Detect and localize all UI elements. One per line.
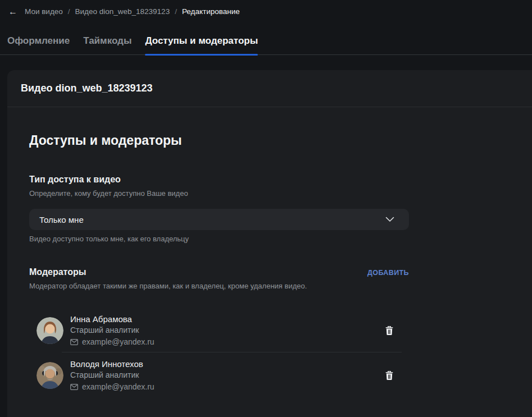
chevron-down-icon	[385, 217, 394, 222]
tab-access-moderators[interactable]: Доступы и модераторы	[145, 35, 258, 47]
trash-icon	[385, 326, 393, 335]
moderators-label: Модераторы	[29, 267, 86, 277]
app-root: ← Мои видео / Видео dion_web_18239123 / …	[0, 0, 532, 417]
access-type-select[interactable]: Только мне	[29, 209, 409, 230]
access-type-helper: Видео доступно только мне, как его владе…	[29, 235, 409, 244]
moderator-name: Инна Абрамова	[70, 314, 154, 324]
trash-icon	[385, 371, 393, 380]
moderator-info: Володя Иннотехов Старший аналитик exampl…	[70, 359, 154, 392]
access-type-selected-value: Только мне	[39, 215, 84, 224]
moderator-name: Володя Иннотехов	[70, 359, 154, 369]
back-arrow-icon[interactable]: ←	[8, 7, 17, 16]
delete-moderator-button[interactable]	[383, 324, 395, 337]
tab-bar: Оформление Таймкоды Доступы и модераторы	[0, 35, 532, 55]
envelope-icon	[70, 339, 78, 345]
breadcrumb-current-edit: Редактирование	[182, 7, 240, 16]
access-type-description: Определите, кому будет доступно Ваше вид…	[29, 189, 409, 198]
envelope-icon	[70, 384, 78, 390]
card-header: Видео dion_web_18239123	[7, 70, 532, 107]
breadcrumb-video[interactable]: Видео dion_web_18239123	[75, 7, 170, 16]
moderators-list: Инна Абрамова Старший аналитик example@y…	[29, 309, 409, 397]
moderator-info: Инна Абрамова Старший аналитик example@y…	[70, 314, 154, 347]
moderator-email-text: example@yandex.ru	[82, 337, 154, 347]
moderator-email-text: example@yandex.ru	[82, 382, 154, 392]
breadcrumb-separator: /	[68, 7, 70, 16]
avatar	[37, 362, 63, 389]
access-type-label: Тип доступа к видео	[29, 175, 409, 185]
card-content: Доступы и модераторы Тип доступа к видео…	[7, 133, 532, 397]
add-moderator-button[interactable]: ДОБАВИТЬ	[367, 269, 409, 277]
moderators-header: Модераторы ДОБАВИТЬ	[29, 267, 409, 277]
avatar	[37, 317, 63, 344]
moderators-description: Модератор обладает такими же правами, ка…	[29, 282, 409, 291]
moderator-email: example@yandex.ru	[70, 337, 154, 347]
video-title: Видео dion_web_18239123	[21, 81, 519, 96]
moderator-role: Старший аналитик	[70, 370, 154, 381]
editor-card: Видео dion_web_18239123 Доступы и модера…	[7, 70, 532, 417]
delete-moderator-button[interactable]	[383, 369, 395, 382]
breadcrumb-my-videos[interactable]: Мои видео	[25, 7, 63, 16]
moderator-row: Инна Абрамова Старший аналитик example@y…	[29, 309, 409, 352]
tab-timecodes[interactable]: Таймкоды	[83, 35, 131, 47]
breadcrumb-separator: /	[175, 7, 177, 16]
tab-design[interactable]: Оформление	[7, 35, 70, 47]
breadcrumb: ← Мои видео / Видео dion_web_18239123 / …	[0, 0, 532, 22]
moderator-role: Старший аналитик	[70, 325, 154, 336]
moderator-email: example@yandex.ru	[70, 382, 154, 392]
section-heading: Доступы и модераторы	[29, 133, 409, 148]
moderator-row: Володя Иннотехов Старший аналитик exampl…	[29, 352, 409, 397]
